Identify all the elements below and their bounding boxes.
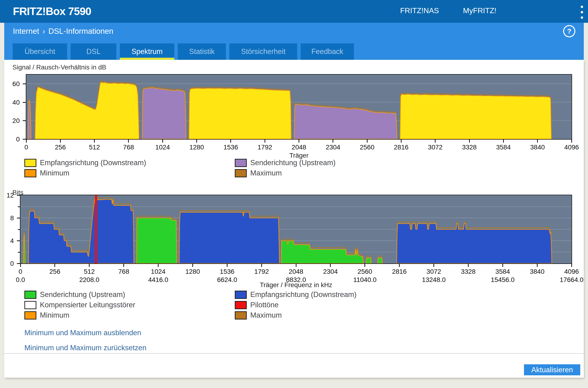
- page: { "header": { "title": "FRITZ!Box 7590",…: [0, 0, 588, 388]
- fritznas-link[interactable]: FRITZ!NAS: [400, 0, 439, 23]
- y-tick-mark: [23, 102, 26, 103]
- legend-swatch-icon: [235, 159, 247, 167]
- app-title: FRITZ!Box 7590: [13, 0, 91, 23]
- legend-label: Kompensierter Leitungsstörer: [40, 301, 135, 309]
- x-tick-mark: [435, 140, 436, 143]
- refresh-button[interactable]: Aktualisieren: [524, 364, 580, 375]
- x-tick-label: 4096: [558, 268, 586, 275]
- myfritz-link[interactable]: MyFRITZ!: [463, 0, 496, 23]
- x-tick-mark: [299, 140, 299, 143]
- app-header: FRITZ!Box 7590 FRITZ!NAS MyFRITZ!: [0, 0, 588, 23]
- tab-störsicherheit[interactable]: Störsicherheit: [229, 43, 297, 60]
- x-tick-mark: [537, 140, 538, 143]
- legend-item: Senderichtung (Upstream): [24, 290, 125, 299]
- legend-label: Empfangsrichtung (Downstream): [250, 291, 356, 299]
- y-tick-label: 4: [0, 237, 14, 245]
- hide-minmax-link[interactable]: Minimum und Maximum ausblenden: [24, 329, 141, 337]
- x-tick-mark: [364, 264, 365, 267]
- legend-swatch-icon: [24, 169, 36, 177]
- x-tick-mark: [571, 264, 572, 267]
- y-tick-label: 0: [0, 260, 14, 267]
- x-tick-mark: [332, 140, 333, 143]
- x-tick-label: 2560: [353, 144, 381, 151]
- x-tick-mark: [26, 140, 27, 143]
- help-icon[interactable]: ?: [563, 25, 575, 37]
- y-tick-mark: [23, 139, 26, 140]
- bits-y-axis: 04812: [0, 195, 20, 264]
- x-tick-label: 0: [6, 268, 34, 275]
- tab-label: DSL: [86, 47, 100, 56]
- y-tick-mark: [23, 120, 26, 121]
- tab-dsl[interactable]: DSL: [71, 43, 116, 60]
- tab-label: Störsicherheit: [241, 47, 286, 56]
- active-tab-underline: [120, 58, 174, 60]
- x-tick-label: 2048: [282, 268, 310, 275]
- tab-feedback[interactable]: Feedback: [301, 43, 354, 60]
- x-tick-mark: [158, 264, 159, 267]
- x-tick-label: 3072: [421, 144, 449, 151]
- bits-x-axis-title: Träger / Frequenz in kHz: [20, 281, 572, 289]
- tab-label: Feedback: [311, 47, 343, 56]
- legend-label: Pilottöne: [250, 301, 279, 309]
- legend-item: Minimum: [24, 169, 70, 178]
- tab-label: Spektrum: [132, 47, 163, 56]
- legend-item: Maximum: [235, 169, 282, 178]
- x-tick-label: 512: [75, 268, 103, 275]
- x-tick-label: 1536: [213, 268, 241, 275]
- y-tick-mark: [17, 241, 20, 241]
- x-tick-label: 2560: [351, 268, 379, 275]
- legend-swatch-icon: [235, 311, 247, 319]
- x-tick-label: 3840: [523, 144, 552, 151]
- breadcrumb-section[interactable]: Internet: [13, 27, 39, 35]
- x-tick-mark: [192, 264, 193, 267]
- x-tick-mark: [330, 264, 331, 267]
- snr-x-axis: 0256512768102412801536179220482304256028…: [26, 140, 572, 154]
- legend-item: Maximum: [235, 311, 282, 320]
- chevron-right-icon: ›: [43, 26, 45, 35]
- breadcrumb-page: DSL-Informationen: [48, 27, 113, 35]
- legend-swatch-icon: [24, 301, 36, 309]
- y-minor-tick-mark: [18, 206, 20, 207]
- legend-label: Senderichtung (Upstream): [250, 159, 336, 167]
- kebab-menu-icon[interactable]: [579, 5, 585, 19]
- x-tick-mark: [162, 140, 163, 143]
- tab-statistik[interactable]: Statistik: [178, 43, 226, 60]
- tab-übersicht[interactable]: Übersicht: [13, 43, 67, 60]
- x-tick-label: 1792: [247, 268, 276, 275]
- x-tick-mark: [94, 140, 95, 143]
- legend-swatch-icon: [24, 311, 36, 319]
- tab-label: Übersicht: [25, 47, 55, 56]
- y-tick-label: 20: [6, 117, 20, 124]
- legend-swatch-icon: [24, 159, 36, 167]
- tab-spektrum[interactable]: Spektrum: [120, 43, 174, 60]
- x-tick-label: 2304: [316, 268, 345, 275]
- y-tick-label: 0: [6, 136, 20, 143]
- x-tick-label: 512: [80, 144, 109, 151]
- x-tick-label: 3584: [489, 144, 517, 151]
- x-tick-label: 1280: [183, 144, 211, 151]
- x-tick-label: 2048: [285, 144, 313, 151]
- legend-label: Maximum: [250, 169, 282, 177]
- x-tick-mark: [230, 140, 231, 143]
- x-tick-label: 0: [12, 144, 40, 151]
- x-tick-label: 1024: [148, 144, 177, 151]
- legend-swatch-icon: [24, 291, 36, 299]
- x-tick-label: 1280: [179, 268, 207, 275]
- legend-item: Kompensierter Leitungsstörer: [24, 300, 135, 309]
- legend-label: Empfangsrichtung (Downstream): [40, 159, 146, 167]
- x-tick-label: 1024: [144, 268, 172, 275]
- y-tick-label: 8: [0, 214, 14, 222]
- y-tick-mark: [17, 195, 20, 196]
- x-tick-mark: [502, 264, 503, 267]
- reset-minmax-link[interactable]: Minimum und Maximum zurücksetzen: [24, 344, 146, 352]
- legend-label: Senderichtung (Upstream): [40, 291, 125, 299]
- x-tick-mark: [89, 264, 90, 267]
- bits-plot-area: 04812: [20, 195, 572, 264]
- y-minor-tick-mark: [18, 229, 20, 230]
- legend-swatch-icon: [235, 169, 247, 177]
- content-card: Signal / Rausch-Verhältnis in dB 0204060…: [4, 60, 584, 378]
- legend-item: Empfangsrichtung (Downstream): [235, 290, 356, 299]
- legend-label: Maximum: [250, 311, 282, 319]
- x-tick-mark: [60, 140, 61, 143]
- x-tick-mark: [367, 140, 368, 143]
